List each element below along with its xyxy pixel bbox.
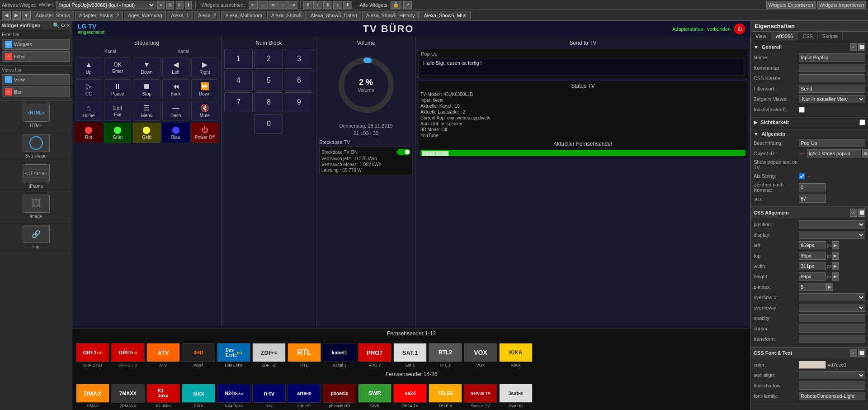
ctrl-stop-btn[interactable]: ⏹Stop [133,79,160,99]
zindex-input[interactable] [799,283,826,291]
channel-k1joku[interactable]: K1Joku K1 Joku [146,384,180,408]
info-btn[interactable]: ℹ [185,1,192,9]
channel-7maxx[interactable]: 7MAXX 7DMAXX [111,384,145,408]
tab-alexa-2[interactable]: Alexa_2 [194,11,220,20]
overflow-y-select[interactable] [799,304,865,312]
align-left2-btn[interactable]: ← [259,1,268,9]
inaktiv-checkbox[interactable] [799,107,805,113]
generell-header[interactable]: ▼ Generell ✓ ⬜ [754,43,865,51]
ctrl-gruen-btn[interactable]: ⬤Grün [104,123,131,143]
font-family-input[interactable] [799,392,865,400]
cursor-input[interactable] [799,324,865,333]
ctrl-right-btn[interactable]: ▶Right [191,57,218,77]
view-btn[interactable]: V View [2,74,70,85]
opacity-input[interactable] [799,314,865,322]
sichtbarkeit-checkbox[interactable] [859,119,865,125]
channel-sixx[interactable]: sixx SIXX [182,384,215,408]
name-input[interactable] [799,53,865,62]
channel-atv[interactable]: ATV ATV [146,343,180,367]
paste-btn[interactable]: ⎗ [176,1,184,9]
ctrl-home-btn[interactable]: ⌂Home [75,101,102,121]
sichtbarkeit-header[interactable]: ▶ Sichtbarkeit [754,119,865,125]
nav-back-btn[interactable]: ◀ [2,11,11,20]
height-input[interactable] [799,272,826,281]
lock-btn[interactable]: 🔒 [391,1,401,9]
channel-rtl2[interactable]: RTL2 RTL 2 [429,343,462,367]
object-id-btn[interactable]: ⊞ [862,149,868,157]
zindex-btn[interactable]: ▶ [826,283,833,291]
ctrl-pause-btn[interactable]: ⏸Pause [104,79,131,99]
channel-dmax[interactable]: DMAX DMAX [76,384,109,408]
widgets-importieren-btn[interactable]: Widgets Importieren [817,1,866,9]
css-check-btn[interactable]: ✓ [850,209,857,217]
nav-forward-btn[interactable]: ▶ [12,11,21,20]
als-string-checkbox[interactable] [799,173,805,179]
size-input[interactable] [799,195,826,203]
num-0-btn[interactable]: 0 [255,114,283,134]
beschriftung-input[interactable] [799,139,865,147]
top-input[interactable] [799,252,826,260]
channel-sat1[interactable]: SAT.1 Sat 1 [393,343,427,367]
svg-widget-item[interactable]: Svg shape [0,131,72,162]
channel-servustv[interactable]: Servus TV Servus TV [464,384,497,408]
num-9-btn[interactable]: 9 [285,92,313,112]
widgets-filter-btn[interactable]: W Widgets [2,39,70,50]
align-right-btn[interactable]: → [278,1,288,9]
tab-alexa-show5-mus[interactable]: Alexa_Show5_Mus [420,11,470,20]
align-left-btn[interactable]: ⇤ [249,1,258,9]
top-btn[interactable]: ▶ [832,252,839,260]
generell-expand-btn[interactable]: ⬜ [858,43,865,51]
ctrl-up-btn[interactable]: ▲Up [75,57,102,77]
num-5-btn[interactable]: 5 [255,71,283,91]
transform-input[interactable] [799,335,865,343]
channel-rtl[interactable]: RTL RTL [288,343,321,367]
left-btn[interactable]: ▶ [832,241,839,249]
channel-phoenix[interactable]: phoenix phoenix HD [323,384,356,408]
num-4-btn[interactable]: 4 [224,71,253,91]
settings-icon-btn[interactable]: ⚙ [61,22,66,29]
css-allgemein-header[interactable]: CSS Allgemein ✓ ⬜ [751,207,868,218]
css-font-text-header[interactable]: CSS Font & Text ✓ ⬜ [751,347,868,358]
tab-alexa-show5[interactable]: Alexa_Show5 [267,11,306,20]
bar-btn[interactable]: B Bar [2,86,70,97]
channel-das-erste[interactable]: DasErsteHD Das Erste [217,343,250,367]
ctrl-dash-btn[interactable]: —Dash [162,101,189,121]
overflow-x-select[interactable] [799,293,865,301]
channel-pro7[interactable]: PRO7 PRO 7 [358,343,392,367]
left-panel-close-btn[interactable]: × [66,22,70,29]
align-right2-btn[interactable]: ⇥ [288,1,297,9]
num-6-btn[interactable]: 6 [285,71,313,91]
channel-kika[interactable]: KiKA KiKA [499,343,533,367]
link-btn[interactable]: ↗ [403,1,412,9]
nav-menu-btn[interactable]: ▼ [22,11,31,20]
html-widget-item[interactable]: <HTML> HTML [0,101,72,131]
css-font-check-btn[interactable]: ✓ [850,349,857,357]
close-widget-btn[interactable]: × [157,1,165,9]
num-8-btn[interactable]: 8 [255,92,283,112]
ctrl-down-btn[interactable]: ▼Down [133,57,160,77]
channel-vox[interactable]: VOX VOX [464,343,497,367]
channel-oe24[interactable]: oe24 OE24 TV [393,384,427,408]
align-center-v-btn[interactable]: ⬍ [323,1,332,9]
css-klasse-input[interactable] [799,74,865,82]
power-circle-btn[interactable]: ⏻ [734,24,745,34]
align-top2-btn[interactable]: ↑ [313,1,322,9]
search-icon-btn[interactable]: 🔍 [53,22,60,29]
num-3-btn[interactable]: 3 [285,49,313,69]
allgemein-header[interactable]: ▼ Allgemein [754,131,865,137]
tab-adapter-status-2[interactable]: Adapter_Status_2 [75,11,123,20]
channel-tele5[interactable]: TELE5 TELE 5 [429,384,462,408]
steckdose-toggle[interactable] [397,149,410,155]
zeige-in-views-select[interactable]: Nur in aktueller View [799,95,865,103]
channel-puls4[interactable]: 4HD Puls4 [182,343,215,367]
channel-ntv[interactable]: n-tv n-tv [252,384,286,408]
ctrl-rot-btn[interactable]: ⬤Rot [75,123,102,143]
image-widget-item[interactable]: 🖼 Image [0,192,72,222]
channel-kabel1[interactable]: kabel1 Kabel 1 [323,343,356,367]
left-input[interactable] [799,241,826,249]
zeichen-nach-input[interactable] [799,183,826,191]
link-widget-item[interactable]: 🔗 link [0,222,72,253]
align-bottom2-btn[interactable]: ⬇ [343,1,352,9]
channel-n24[interactable]: N24Doku N24 Doku [217,384,250,408]
css-font-expand-btn[interactable]: ⬜ [858,349,865,357]
